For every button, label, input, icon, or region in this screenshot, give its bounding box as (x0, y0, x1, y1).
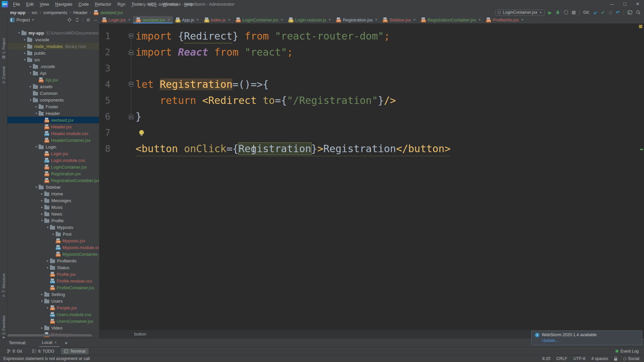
code-line-4[interactable]: 4let Registration=()=>{ (99, 76, 644, 93)
code-line-1[interactable]: 1import {Redirect} from "react-router-do… (99, 28, 644, 44)
chevron-closed-icon[interactable]: ▸ (40, 293, 44, 296)
tree-item-src[interactable]: ▾src (7, 56, 99, 63)
chevron-open-icon[interactable]: ▾ (34, 112, 39, 115)
menu-run[interactable]: Run (114, 0, 128, 8)
tab-index-js[interactable]: JSindex.js× (202, 16, 233, 23)
fold-marker-icon[interactable] (129, 34, 133, 39)
breadcrumb-item-components[interactable]: components (44, 10, 67, 15)
chevron-closed-icon[interactable]: ▸ (22, 51, 27, 55)
chevron-closed-icon[interactable]: ▸ (28, 65, 33, 68)
tree-item-vscode[interactable]: ▸.vscode (7, 36, 99, 43)
indent-setting[interactable]: 4 spaces (591, 356, 608, 361)
chevron-down-icon[interactable]: ▼ (32, 18, 34, 21)
menu-navigate[interactable]: Navigate (52, 0, 75, 8)
menu-file[interactable]: File (10, 0, 23, 8)
tree-item-home[interactable]: ▸Home (7, 190, 99, 197)
menu-edit[interactable]: Edit (23, 0, 37, 8)
debug-icon[interactable] (555, 10, 560, 15)
close-icon[interactable]: × (413, 17, 416, 22)
close-icon[interactable]: × (521, 17, 524, 22)
tree-item-mypostscontainer-jsx[interactable]: JSXMypostsContainer.jsx (7, 251, 99, 257)
stripe-item-1-project[interactable]: 1: Project▤ (0, 38, 7, 59)
tab-logincontainer-jsx[interactable]: JSXLoginContainer.jsx× (233, 16, 286, 23)
fold-marker-icon[interactable] (129, 114, 133, 119)
tree-item-login-jsx[interactable]: JSXLogin.jsx (7, 150, 99, 157)
chevron-open-icon[interactable]: ▾ (28, 98, 33, 102)
code-line-5[interactable]: 5 return <Redirect to={"/Registration"}/… (99, 93, 644, 109)
chevron-closed-icon[interactable]: ▸ (45, 259, 50, 262)
history-icon[interactable]: ◷ (608, 10, 612, 15)
close-icon[interactable]: × (228, 17, 230, 22)
tree-item-common[interactable]: Common (7, 90, 99, 97)
tree-item-header-jsx[interactable]: JSXHeader.jsx (7, 123, 99, 130)
chevron-closed-icon[interactable]: ▸ (45, 306, 50, 309)
vcs-commit-icon[interactable]: ✓ (601, 10, 605, 15)
tree-item-profileinfo[interactable]: ▸Profileinfo (7, 257, 99, 264)
hide-panel-icon[interactable]: — (94, 18, 97, 22)
settings-gear-icon[interactable]: ⚙ (86, 17, 90, 22)
tree-item-myposts[interactable]: ▾Myposts (7, 224, 99, 231)
tree-item-assets[interactable]: ▸assets (7, 83, 99, 90)
tree-item-vscode[interactable]: ▸.vscode (7, 63, 99, 70)
menu-view[interactable]: View (37, 0, 52, 8)
chevron-closed-icon[interactable]: ▸ (40, 192, 44, 195)
chevron-closed-icon[interactable]: ▸ (40, 205, 44, 209)
tree-item-profilecontainer-jsx[interactable]: JSXProfileContainer.jsx (7, 284, 99, 291)
tree-item-node-modules[interactable]: ▸node_moduleslibrary root (7, 43, 99, 50)
close-icon[interactable]: × (281, 17, 283, 22)
run-configuration-select[interactable]: LoginContainer.jsx ▼ (495, 9, 545, 16)
notification-balloon[interactable]: i WebStorm 2020.1.4 available Update... (531, 330, 642, 345)
tree-item-setting[interactable]: ▸Setting (7, 291, 99, 298)
close-icon[interactable] (631, 0, 644, 8)
social-widget[interactable]: Social (623, 356, 639, 361)
tree-item-profile[interactable]: ▾Profile (7, 217, 99, 224)
tree-item-myposts-module-css[interactable]: CSSMyposts.module.css (7, 244, 99, 251)
locate-file-icon[interactable] (67, 17, 72, 22)
chevron-closed-icon[interactable]: ▸ (40, 199, 44, 202)
menu-refactor[interactable]: Refactor (92, 0, 114, 8)
chevron-closed-icon[interactable]: ▸ (40, 326, 44, 329)
tab-awdawd-jsx[interactable]: JSXawdawd.jsx× (133, 16, 172, 23)
coverage-icon[interactable] (564, 10, 568, 15)
chevron-closed-icon[interactable]: ▸ (22, 38, 27, 41)
toolwindow-6-todo[interactable]: 6: TODO (29, 348, 57, 354)
tree-item-messeges[interactable]: ▸Messeges (7, 197, 99, 204)
tab-registration-jsx[interactable]: JSXRegistration.jsx× (333, 16, 380, 23)
editor-breadcrumb-item[interactable]: button (134, 331, 146, 337)
tab-login-reducer-js[interactable]: JSLogin-reducer.js× (286, 16, 334, 23)
tree-item-api-jsx[interactable]: JSXApi.jsx (7, 76, 99, 83)
close-icon[interactable]: × (168, 17, 170, 22)
close-icon[interactable]: × (197, 17, 199, 22)
tab-sidebar-jsx[interactable]: JSXSidebar.jsx× (380, 16, 418, 23)
tree-item-video[interactable]: ▸Video (7, 324, 99, 331)
project-panel-title[interactable]: Project (16, 17, 30, 22)
tree-item-my-app[interactable]: ▾my-appC:\Users\AMD\Documents\React1\ (7, 29, 99, 36)
chevron-closed-icon[interactable]: ▸ (34, 105, 39, 108)
minimize-icon[interactable] (606, 0, 619, 8)
tree-item-public[interactable]: ▸public (7, 50, 99, 56)
tree-item-header[interactable]: ▾Header (7, 110, 99, 117)
horizontal-scrollbar[interactable] (7, 334, 92, 337)
tree-item-components[interactable]: ▾components (7, 97, 99, 103)
breadcrumb-item-awdawd-jsx[interactable]: JSXawdawd.jsx (94, 10, 123, 15)
tree-item-news[interactable]: ▸News (7, 210, 99, 217)
chevron-open-icon[interactable]: ▾ (34, 185, 39, 189)
stop-icon[interactable] (572, 11, 576, 14)
maximize-icon[interactable] (619, 0, 631, 8)
tree-item-users[interactable]: ▾Users (7, 298, 99, 304)
tab-login-jsx[interactable]: JSXLogin.jsx× (99, 16, 133, 23)
terminal-tab-local[interactable]: Local × (39, 339, 59, 347)
chevron-closed-icon[interactable]: ▸ (22, 45, 27, 48)
chevron-open-icon[interactable]: ▾ (22, 58, 27, 61)
tree-item-music[interactable]: ▸Music (7, 204, 99, 210)
code-line-8[interactable]: 8<button onClick={Registration}>Registra… (99, 141, 644, 157)
tree-item-myposts-jsx[interactable]: JSXMyposts.jsx (7, 237, 99, 244)
stripe-item-2-favorites[interactable]: 2: Favorites★ (0, 315, 7, 340)
tree-item-login-module-css[interactable]: CSSLogin.module.css (7, 157, 99, 164)
tree-item-profile-jsx[interactable]: JSXProfile.jsx (7, 271, 99, 278)
stripe-item-7-structure[interactable]: 7: Structure≡ (0, 274, 7, 298)
toolwindows-icon[interactable] (628, 10, 632, 14)
tree-item-userscontainer-jsx[interactable]: JSXUsersContainer.jsx (7, 318, 99, 324)
search-everywhere-icon[interactable] (636, 10, 641, 15)
menu-code[interactable]: Code (75, 0, 92, 8)
